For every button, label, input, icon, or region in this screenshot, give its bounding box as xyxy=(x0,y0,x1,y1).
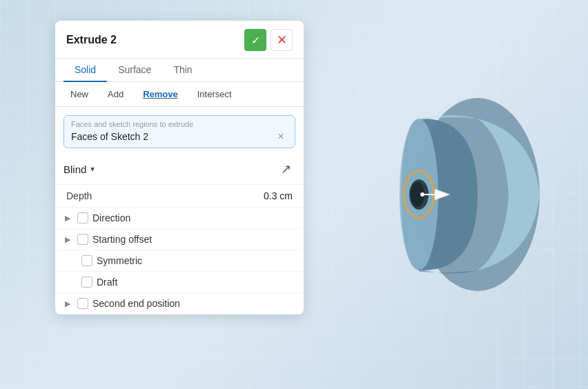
blind-selector[interactable]: Blind ▾ xyxy=(63,163,95,175)
draft-label: Draft xyxy=(97,277,117,288)
direction-option: ▶ Direction xyxy=(55,208,304,229)
header-buttons: ✓ ✕ xyxy=(244,29,293,51)
starting-offset-checkbox[interactable] xyxy=(77,234,88,245)
tab-surface[interactable]: Surface xyxy=(107,59,162,82)
second-end-label: Second end position xyxy=(92,298,180,309)
draft-checkbox[interactable] xyxy=(81,277,92,288)
tab-new[interactable]: New xyxy=(61,85,98,103)
input-value: Faces of Sketch 2 xyxy=(71,131,148,142)
depth-row: Depth 0.3 cm xyxy=(55,185,304,208)
tab-intersect[interactable]: Intersect xyxy=(188,85,242,103)
flip-button[interactable]: ↗ xyxy=(276,159,295,179)
symmetric-label: Symmetric xyxy=(97,255,142,266)
input-clear-button[interactable]: × xyxy=(274,130,288,143)
3d-disk xyxy=(353,77,547,312)
draft-option: Draft xyxy=(55,272,304,293)
direction-label: Direction xyxy=(92,212,130,223)
tab-solid[interactable]: Solid xyxy=(63,59,107,82)
depth-label: Depth xyxy=(66,190,92,201)
symmetric-option: Symmetric xyxy=(55,250,304,272)
input-group: Faces and sketch regions to extrude Face… xyxy=(63,115,295,148)
direction-chevron[interactable]: ▶ xyxy=(62,212,73,223)
starting-offset-option: ▶ Starting offset xyxy=(55,229,304,250)
tabs-row1: Solid Surface Thin xyxy=(55,59,304,82)
blind-actions: ↗ xyxy=(276,159,295,179)
input-label: Faces and sketch regions to extrude xyxy=(71,120,288,128)
blind-dropdown-arrow: ▾ xyxy=(90,164,95,174)
second-end-checkbox[interactable] xyxy=(77,298,88,309)
direction-checkbox[interactable] xyxy=(77,212,88,223)
depth-value: 0.3 cm xyxy=(264,190,293,201)
svg-point-7 xyxy=(420,192,424,197)
confirm-button[interactable]: ✓ xyxy=(244,29,266,51)
panel-title: Extrude 2 xyxy=(66,34,117,46)
panel-header: Extrude 2 ✓ ✕ xyxy=(55,21,304,59)
second-end-position-option: ▶ Second end position xyxy=(55,293,304,315)
tab-add[interactable]: Add xyxy=(98,85,133,103)
blind-label: Blind xyxy=(63,163,86,175)
starting-offset-chevron[interactable]: ▶ xyxy=(62,234,73,245)
starting-offset-label: Starting offset xyxy=(92,234,152,245)
symmetric-checkbox[interactable] xyxy=(81,255,92,266)
tab-remove[interactable]: Remove xyxy=(133,85,188,103)
tab-thin[interactable]: Thin xyxy=(162,59,203,82)
blind-selector-row: Blind ▾ ↗ xyxy=(55,154,304,185)
cancel-button[interactable]: ✕ xyxy=(271,29,293,51)
second-end-chevron[interactable]: ▶ xyxy=(62,298,73,309)
panel: Extrude 2 ✓ ✕ Solid Surface Thin New Add… xyxy=(55,21,304,315)
tabs-row2: New Add Remove Intersect xyxy=(55,82,304,107)
input-row: Faces of Sketch 2 × xyxy=(71,130,288,143)
